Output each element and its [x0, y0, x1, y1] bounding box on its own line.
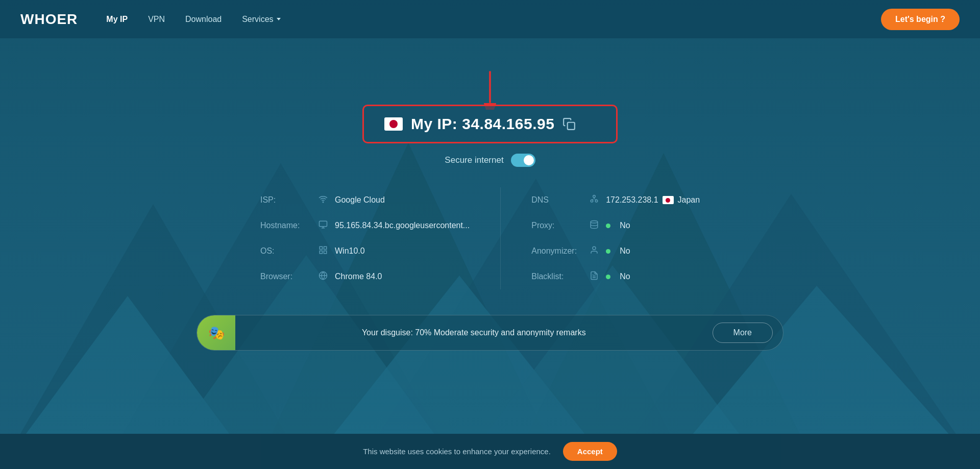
anonymizer-icon	[589, 245, 600, 257]
blacklist-icon	[589, 271, 600, 282]
svg-point-32	[591, 221, 598, 224]
grid-icon	[317, 245, 329, 257]
dns-country: Japan	[678, 195, 700, 205]
proxy-value: No	[620, 221, 630, 230]
hostname-row: Hostname: 95.165.84.34.bc.googleusercont…	[260, 213, 470, 238]
ip-display: My IP: 34.84.165.95	[411, 115, 554, 133]
info-right-col: DNS 172.253.238.1	[500, 187, 720, 289]
info-grid: ISP: Google Cloud Hostname:	[260, 187, 720, 289]
disguise-bar: 🎭 Your disguise: 70% Moderate security a…	[197, 315, 783, 351]
svg-point-28	[591, 200, 593, 203]
svg-rect-15	[568, 122, 575, 130]
os-value: Win10.0	[335, 246, 365, 256]
ip-box: My IP: 34.84.165.95	[362, 105, 618, 143]
dns-flag-circle	[666, 198, 670, 203]
hostname-value: 95.165.84.34.bc.googleusercontent...	[335, 221, 470, 230]
accept-cookie-button[interactable]: Accept	[563, 442, 617, 461]
svg-rect-23	[324, 251, 327, 254]
proxy-icon	[589, 220, 600, 231]
mask-icon: 🎭	[208, 325, 225, 341]
secure-toggle[interactable]	[511, 154, 535, 167]
anonymizer-dot	[606, 249, 610, 254]
anonymizer-row: Anonymizer: No	[531, 238, 720, 264]
dns-value-row: 172.253.238.1 Japan	[606, 195, 700, 205]
os-label: OS:	[260, 246, 311, 256]
svg-line-30	[592, 200, 593, 200]
proxy-dot	[606, 224, 610, 228]
svg-rect-20	[320, 246, 322, 249]
more-button[interactable]: More	[713, 323, 773, 343]
header: WHOER My IP VPN Download Services Let's …	[0, 0, 980, 38]
svg-rect-21	[324, 246, 327, 249]
cookie-banner: This website uses cookies to enhance you…	[0, 434, 980, 469]
browser-row: Browser: Chrome 84.0	[260, 264, 470, 289]
browser-label: Browser:	[260, 272, 311, 281]
japan-circle	[389, 120, 398, 128]
nav-download[interactable]: Download	[177, 11, 230, 28]
dns-label: DNS	[531, 195, 582, 205]
anonymizer-label: Anonymizer:	[531, 246, 582, 256]
isp-row: ISP: Google Cloud	[260, 187, 470, 213]
main-content: My IP: 34.84.165.95 Secure internet ISP:	[0, 38, 980, 351]
cookie-text: This website uses cookies to enhance you…	[363, 447, 551, 456]
svg-point-29	[595, 200, 598, 203]
blacklist-row: Blacklist: No	[531, 264, 720, 289]
secure-internet-row: Secure internet	[445, 154, 535, 167]
ip-address: 34.84.165.95	[462, 115, 554, 132]
os-row: OS: Win10.0	[260, 238, 470, 264]
nav-vpn[interactable]: VPN	[140, 11, 173, 28]
svg-point-16	[323, 202, 324, 203]
nav-myip[interactable]: My IP	[98, 11, 136, 28]
dns-row: DNS 172.253.238.1	[531, 187, 720, 213]
monitor-icon	[317, 220, 329, 231]
svg-rect-17	[320, 221, 327, 227]
svg-point-26	[593, 195, 596, 198]
ip-label: My IP:	[411, 115, 457, 132]
svg-rect-22	[320, 251, 322, 254]
nav: My IP VPN Download Services	[98, 11, 881, 28]
isp-label: ISP:	[260, 195, 311, 205]
flag-japan	[384, 117, 403, 131]
isp-value: Google Cloud	[335, 195, 385, 205]
proxy-row: Proxy: No	[531, 213, 720, 238]
copy-icon[interactable]	[562, 117, 576, 131]
anonymizer-value: No	[620, 246, 630, 256]
nav-services[interactable]: Services	[234, 11, 288, 28]
disguise-icon-container: 🎭	[197, 315, 235, 351]
blacklist-dot	[606, 275, 610, 279]
arrow-container	[475, 69, 505, 110]
red-arrow-icon	[475, 69, 505, 110]
secure-label: Secure internet	[445, 155, 503, 165]
chevron-down-icon	[277, 18, 281, 20]
svg-line-31	[595, 200, 596, 200]
ip-box-wrapper: My IP: 34.84.165.95	[362, 105, 618, 143]
dns-value: 172.253.238.1	[606, 195, 658, 205]
browser-icon	[317, 271, 329, 282]
cta-button[interactable]: Let's begin ?	[881, 9, 960, 30]
info-left-col: ISP: Google Cloud Hostname:	[260, 187, 500, 289]
dns-icon	[589, 194, 600, 206]
disguise-text: Your disguise: 70% Moderate security and…	[235, 328, 713, 337]
blacklist-value: No	[620, 272, 630, 281]
browser-value: Chrome 84.0	[335, 272, 382, 281]
svg-point-33	[593, 246, 596, 250]
hostname-label: Hostname:	[260, 221, 311, 230]
wifi-icon	[317, 194, 329, 206]
dns-flag-japan	[663, 196, 674, 204]
proxy-label: Proxy:	[531, 221, 582, 230]
logo: WHOER	[20, 11, 78, 28]
blacklist-label: Blacklist:	[531, 272, 582, 281]
